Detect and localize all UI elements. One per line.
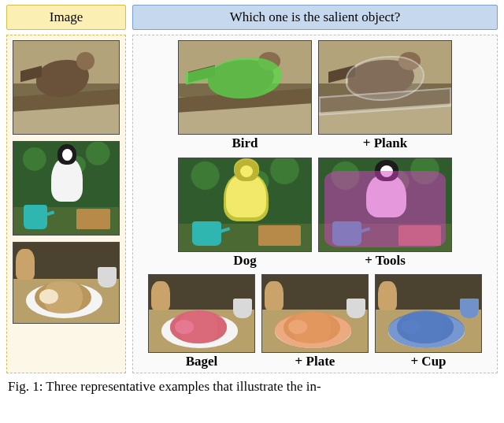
variant-cell-bird: Bird	[178, 40, 312, 151]
caption-prefix: Fig. 1:	[8, 379, 43, 394]
variant-cell-bagel-cup: + Cup	[375, 274, 482, 369]
variant-label: Bagel	[186, 354, 218, 369]
variant-image-bagel-cup	[375, 274, 482, 353]
mask-tools-magenta	[324, 171, 447, 247]
variant-row-dog: Dog + Tools	[138, 158, 492, 269]
variant-cell-bagel: Bagel	[148, 274, 255, 369]
source-cell-row1	[12, 40, 120, 135]
variant-label: + Tools	[365, 254, 406, 269]
variant-label: + Plate	[295, 354, 335, 369]
figure-grid: Image	[0, 0, 504, 375]
source-cell-row2	[12, 141, 120, 236]
source-image-bird	[13, 40, 120, 135]
mask-bagel-blue	[397, 310, 454, 343]
figure-caption: Fig. 1: Three representative examples th…	[0, 375, 504, 395]
header-question: Which one is the salient object?	[132, 5, 498, 30]
variant-image-bird	[178, 40, 312, 135]
variant-image-bagel	[148, 274, 255, 353]
variant-label: + Plank	[363, 136, 407, 151]
source-cell-row3	[12, 242, 120, 324]
mask-dog-yellow	[224, 173, 269, 221]
panel-source	[6, 35, 126, 373]
variant-cell-dog: Dog	[178, 158, 312, 269]
mask-bagel-pink	[170, 310, 227, 343]
header-image: Image	[6, 5, 126, 30]
variant-row-bird: Bird + Plank	[138, 40, 492, 151]
variant-image-dog	[178, 158, 312, 252]
source-image-bagel	[13, 242, 120, 324]
variant-label: + Cup	[410, 354, 446, 369]
variant-label: Bird	[232, 136, 258, 151]
panel-variants: Bird + Plank	[132, 35, 498, 373]
mask-cup-blue	[460, 299, 479, 318]
variant-image-dog-tools	[318, 158, 452, 252]
variant-image-bird-plank	[318, 40, 452, 135]
variant-image-bagel-plate	[261, 274, 369, 353]
column-saliency-variants: Which one is the salient object? Bird	[132, 5, 498, 373]
variant-cell-bagel-plate: + Plate	[261, 274, 369, 369]
variant-cell-bird-plank: + Plank	[318, 40, 452, 151]
mask-plate-orange	[275, 312, 350, 347]
caption-text: Three representative examples that illus…	[46, 379, 321, 394]
source-image-dog	[13, 141, 120, 236]
column-source-images: Image	[6, 5, 126, 373]
variant-row-bagel: Bagel + Plate + Cup	[138, 274, 492, 369]
variant-label: Dog	[233, 254, 256, 269]
variant-cell-dog-tools: + Tools	[318, 158, 452, 269]
